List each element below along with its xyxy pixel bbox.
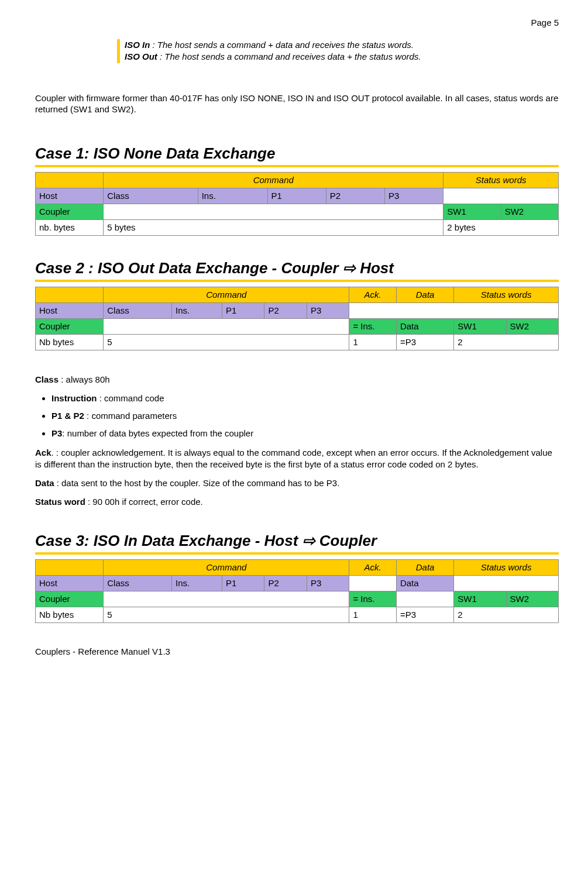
nb-data: =P3 <box>396 607 453 622</box>
header-blank <box>36 287 104 302</box>
intro-paragraph: Coupler with firmware former than 40-017… <box>35 92 559 115</box>
table-row: Host Class Ins. P1 P2 P3 <box>36 302 559 318</box>
def-class: Class : always 80h <box>35 374 559 386</box>
cell-p3: P3 <box>385 188 443 204</box>
case3-title: Case 3: ISO In Data Exchange - Host ⇨ Co… <box>35 532 559 550</box>
header-blank <box>36 172 104 188</box>
note-block: ISO In : The host sends a command + data… <box>117 39 559 63</box>
cell-p2: P2 <box>264 575 307 591</box>
table-row: Coupler = Ins. Data SW1 SW2 <box>36 318 559 334</box>
cell-p1: P1 <box>222 302 264 318</box>
table-row: Host Class Ins. P1 P2 P3 Data <box>36 575 559 591</box>
case2-table: Command Ack. Data Status words Host Clas… <box>35 287 559 350</box>
table-row: Nb bytes 5 1 =P3 2 <box>36 334 559 350</box>
case1-table: Command Status words Host Class Ins. P1 … <box>35 172 559 236</box>
def-p1p2: P1 & P2 : command parameters <box>51 410 559 422</box>
cell-p2: P2 <box>264 302 307 318</box>
section-rule <box>35 552 559 555</box>
page-number: Page 5 <box>35 18 559 27</box>
header-status: Status words <box>454 559 559 575</box>
note-iso-in-text: : The host sends a command + data and re… <box>150 40 414 50</box>
def-instruction: Instruction : command code <box>51 393 559 404</box>
header-command: Command <box>104 172 443 188</box>
nb-status: 2 <box>454 607 559 622</box>
host-label: Host <box>36 302 104 318</box>
cell-p3: P3 <box>307 575 349 591</box>
def-p1p2-term: P1 & P2 <box>51 411 84 421</box>
cell-data: Data <box>396 575 453 591</box>
note-iso-out-term: ISO Out <box>125 51 157 61</box>
def-instruction-text: : command code <box>97 393 164 403</box>
def-class-text: : always 80h <box>59 374 110 384</box>
nb-label: Nb bytes <box>36 607 104 622</box>
cell-p3: P3 <box>307 302 349 318</box>
definitions-block: Class : always 80h Instruction : command… <box>35 374 559 508</box>
nb-data: =P3 <box>396 334 453 350</box>
def-p3-term: P3 <box>51 428 62 438</box>
cell-ack: = Ins. <box>349 318 396 334</box>
cell-class: Class <box>104 575 172 591</box>
section-rule <box>35 165 559 167</box>
def-class-term: Class <box>35 374 59 384</box>
cell-data: Data <box>396 318 453 334</box>
def-data-term: Data <box>35 478 54 488</box>
section-rule <box>35 280 559 282</box>
def-p1p2-text: : command parameters <box>84 411 177 421</box>
cell-empty <box>104 318 349 334</box>
cell-class: Class <box>104 188 198 204</box>
def-sw-term: Status word <box>35 497 85 507</box>
cell-sw2: SW2 <box>506 318 558 334</box>
table-row: Command Status words <box>36 172 559 188</box>
header-blank <box>36 559 104 575</box>
case2-title: Case 2 : ISO Out Data Exchange - Coupler… <box>35 259 559 277</box>
nb-ack: 1 <box>349 607 396 622</box>
header-data: Data <box>396 559 453 575</box>
cell-sw2: SW2 <box>506 591 558 607</box>
cell-ack: = Ins. <box>349 591 396 607</box>
header-ack: Ack. <box>349 287 396 302</box>
cell-sw1: SW1 <box>454 591 506 607</box>
cell-p2: P2 <box>326 188 384 204</box>
case3-table: Command Ack. Data Status words Host Clas… <box>35 559 559 623</box>
table-row: nb. bytes 5 bytes 2 bytes <box>36 219 559 235</box>
nb-ack: 1 <box>349 334 396 350</box>
def-ack: Ack. : coupler acknowledgement. It is al… <box>35 447 559 471</box>
cell-sw2: SW2 <box>501 204 558 219</box>
def-instruction-term: Instruction <box>51 393 97 403</box>
cell-empty <box>104 204 443 219</box>
note-iso-out: ISO Out : The host sends a command and r… <box>125 51 559 63</box>
header-status: Status words <box>443 172 559 188</box>
nb-status: 2 <box>454 334 559 350</box>
nb-right: 2 bytes <box>443 219 559 235</box>
case1-title: Case 1: ISO None Data Exchange <box>35 145 559 163</box>
header-ack: Ack. <box>349 559 396 575</box>
table-row: Host Class Ins. P1 P2 P3 <box>36 188 559 204</box>
table-row: Command Ack. Data Status words <box>36 559 559 575</box>
def-data: Data : data sent to the host by the coup… <box>35 477 559 489</box>
def-p3-text: : number of data bytes expected from the… <box>62 428 253 438</box>
cell-empty <box>104 591 349 607</box>
cell-class: Class <box>104 302 172 318</box>
nb-left: 5 bytes <box>104 219 443 235</box>
nb-cmd: 5 <box>104 607 349 622</box>
coupler-label: Coupler <box>36 591 104 607</box>
def-ack-term: Ack <box>35 448 51 458</box>
note-iso-in: ISO In : The host sends a command + data… <box>125 39 559 51</box>
host-label: Host <box>36 575 104 591</box>
table-row: Nb bytes 5 1 =P3 2 <box>36 607 559 622</box>
def-data-text: : data sent to the host by the coupler. … <box>54 478 340 488</box>
cell-empty <box>396 591 453 607</box>
header-command: Command <box>104 559 349 575</box>
footer: Couplers - Reference Manuel V1.3 <box>35 646 559 656</box>
header-command: Command <box>104 287 349 302</box>
coupler-label: Coupler <box>36 204 104 219</box>
table-row: Coupler = Ins. SW1 SW2 <box>36 591 559 607</box>
cell-sw1: SW1 <box>443 204 501 219</box>
def-ack-text: . : coupler acknowledgement. It is alway… <box>35 448 552 469</box>
header-data: Data <box>396 287 453 302</box>
def-sw: Status word : 90 00h if correct, error c… <box>35 496 559 508</box>
table-row: Command Ack. Data Status words <box>36 287 559 302</box>
coupler-label: Coupler <box>36 318 104 334</box>
cell-empty <box>454 575 559 591</box>
cell-p1: P1 <box>267 188 326 204</box>
